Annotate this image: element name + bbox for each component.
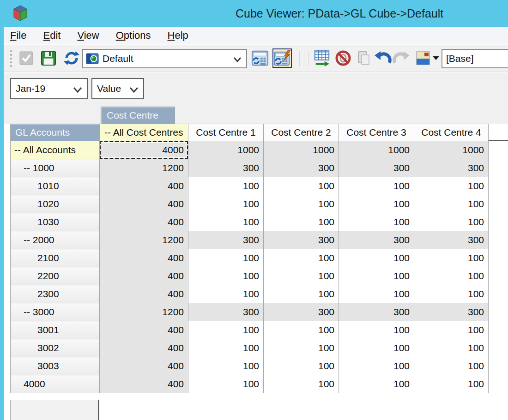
toolbar-grip[interactable] <box>10 50 12 67</box>
suppress-zeroes-button[interactable] <box>333 48 353 68</box>
month-selector[interactable]: Jan-19 <box>10 78 88 99</box>
chevron-down-icon[interactable] <box>233 57 242 62</box>
row-header[interactable]: 4000 <box>11 375 100 393</box>
data-cell[interactable]: 1000 <box>188 141 264 159</box>
save-button[interactable] <box>39 48 58 68</box>
data-cell[interactable]: 100 <box>188 267 264 285</box>
data-cell[interactable]: 100 <box>188 339 264 357</box>
data-cell[interactable]: 100 <box>339 213 414 231</box>
row-header[interactable]: -- 3000 <box>11 303 100 321</box>
row-header[interactable]: 2300 <box>11 285 100 303</box>
data-cell[interactable]: 100 <box>188 375 264 393</box>
commit-button[interactable] <box>17 48 36 68</box>
data-cell[interactable]: 4000 <box>100 141 188 159</box>
data-cell[interactable]: 300 <box>188 159 264 177</box>
data-cell[interactable]: 100 <box>188 195 264 213</box>
data-cell[interactable]: 1000 <box>264 141 339 159</box>
data-cell[interactable]: 100 <box>188 213 264 231</box>
row-header[interactable]: 2200 <box>11 267 100 285</box>
data-cell[interactable]: 100 <box>264 321 339 339</box>
data-cell[interactable]: 100 <box>414 195 489 213</box>
column-header[interactable]: Cost Centre 2 <box>264 124 339 141</box>
row-dimension-tab[interactable]: GL Accounts <box>11 124 100 141</box>
undo-button[interactable] <box>373 48 393 68</box>
data-cell[interactable]: 100 <box>264 249 339 267</box>
data-cell[interactable]: 1200 <box>100 303 188 321</box>
data-cell[interactable]: 100 <box>414 213 489 231</box>
data-cell[interactable]: 300 <box>414 231 489 249</box>
data-cell[interactable]: 300 <box>339 159 414 177</box>
data-cell[interactable]: 300 <box>339 231 414 249</box>
data-cell[interactable]: 100 <box>414 321 489 339</box>
row-header[interactable]: -- 1000 <box>11 159 100 177</box>
data-cell[interactable]: 100 <box>339 267 414 285</box>
data-cell[interactable]: 400 <box>100 195 188 213</box>
data-cell[interactable]: 100 <box>339 285 414 303</box>
row-header[interactable]: 2100 <box>11 249 100 267</box>
data-cell[interactable]: 100 <box>188 249 264 267</box>
recalculate-on-demand-button[interactable] <box>272 48 292 68</box>
row-header[interactable]: 3003 <box>11 357 100 375</box>
data-cell[interactable]: 100 <box>264 177 339 195</box>
data-cell[interactable]: 300 <box>264 159 339 177</box>
menu-view[interactable]: View <box>76 27 100 44</box>
data-cell[interactable]: 100 <box>264 213 339 231</box>
data-cell[interactable]: 300 <box>188 303 264 321</box>
data-cell[interactable]: 300 <box>414 159 489 177</box>
chevron-down-icon[interactable] <box>73 87 82 93</box>
row-header[interactable]: -- All Accounts <box>11 141 100 159</box>
data-cell[interactable]: 100 <box>414 375 489 393</box>
data-cell[interactable]: 100 <box>414 285 489 303</box>
row-header[interactable]: 1010 <box>11 177 100 195</box>
data-cell[interactable]: 100 <box>414 177 489 195</box>
view-selector[interactable]: Default <box>82 49 247 68</box>
menu-edit[interactable]: Edit <box>42 27 61 44</box>
data-cell[interactable]: 100 <box>264 357 339 375</box>
chevron-down-icon[interactable] <box>129 87 139 93</box>
column-header[interactable]: Cost Centre 1 <box>188 124 264 141</box>
data-cell[interactable]: 100 <box>339 177 414 195</box>
data-cell[interactable]: 400 <box>100 321 188 339</box>
row-header[interactable]: 3002 <box>11 339 100 357</box>
column-header[interactable]: Cost Centre 3 <box>339 124 414 141</box>
row-header[interactable]: -- 2000 <box>11 231 100 249</box>
menu-help[interactable]: Help <box>167 27 189 44</box>
data-cell[interactable]: 400 <box>100 375 188 393</box>
data-cell[interactable]: 100 <box>339 321 414 339</box>
data-cell[interactable]: 100 <box>414 249 489 267</box>
data-cell[interactable]: 100 <box>339 249 414 267</box>
data-cell[interactable]: 1000 <box>339 141 414 159</box>
data-cell[interactable]: 100 <box>264 339 339 357</box>
data-cell[interactable]: 100 <box>188 357 264 375</box>
data-cell[interactable]: 400 <box>100 267 188 285</box>
data-cell[interactable]: 300 <box>264 231 339 249</box>
data-cell[interactable]: 400 <box>100 357 188 375</box>
data-cell[interactable]: 100 <box>264 195 339 213</box>
data-cell[interactable]: 100 <box>339 375 414 393</box>
export-to-excel-button[interactable] <box>312 48 332 68</box>
recalculate-button[interactable] <box>62 48 81 68</box>
paste-button[interactable] <box>354 48 373 68</box>
column-header[interactable]: Cost Centre 4 <box>414 124 489 141</box>
data-cell[interactable]: 400 <box>100 339 188 357</box>
data-cell[interactable]: 400 <box>100 177 188 195</box>
data-cell[interactable]: 300 <box>414 303 489 321</box>
row-header[interactable]: 1030 <box>11 213 100 231</box>
data-cell[interactable]: 300 <box>339 303 414 321</box>
row-header[interactable]: 1020 <box>11 195 100 213</box>
menu-file[interactable]: File <box>9 27 27 44</box>
data-cell[interactable]: 100 <box>339 195 414 213</box>
data-cell[interactable]: 300 <box>188 231 264 249</box>
data-cell[interactable]: 1200 <box>100 231 188 249</box>
automatic-recalculate-button[interactable] <box>250 48 270 68</box>
data-cell[interactable]: 100 <box>339 339 414 357</box>
data-cell[interactable]: 300 <box>264 303 339 321</box>
data-cell[interactable]: 1200 <box>100 159 188 177</box>
column-dimension-tab[interactable]: Cost Centre <box>101 107 175 124</box>
measure-selector[interactable]: Value <box>91 78 144 99</box>
column-header[interactable]: -- All Cost Centres <box>100 124 188 141</box>
data-cell[interactable]: 100 <box>339 357 414 375</box>
base-selector[interactable]: [Base] <box>441 49 508 68</box>
redo-button[interactable] <box>392 48 411 68</box>
data-cell[interactable]: 1000 <box>414 141 489 159</box>
